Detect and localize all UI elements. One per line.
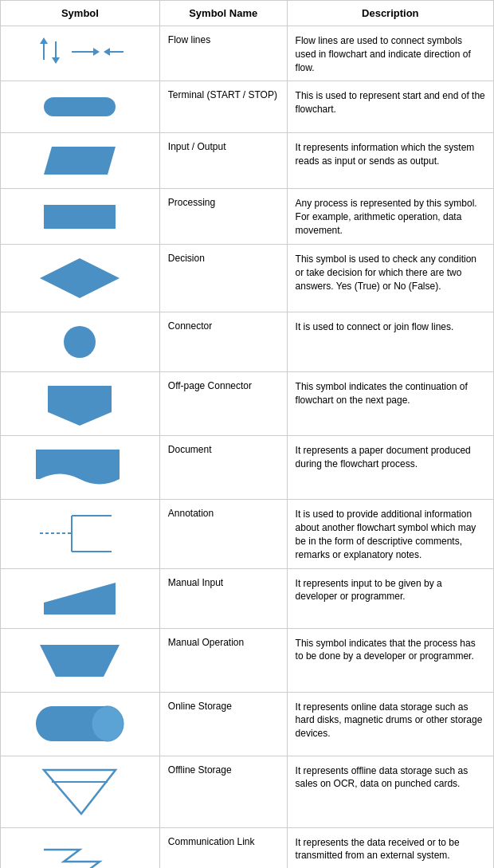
- name-terminal: Terminal (START / STOP): [159, 81, 287, 133]
- table-row: Annotation It is used to provide additio…: [1, 500, 494, 568]
- symbol-document: [1, 436, 160, 500]
- symbol-input-output: [1, 133, 160, 189]
- symbol-decision: [1, 245, 160, 312]
- name-communication-link: Communication Link: [159, 827, 287, 868]
- symbol-flow-lines: [1, 26, 160, 81]
- svg-marker-7: [40, 37, 48, 44]
- symbol-offpage-connector: [1, 372, 160, 436]
- name-annotation: Annotation: [159, 500, 287, 568]
- svg-marker-18: [40, 645, 120, 677]
- symbol-online-storage: [1, 692, 160, 756]
- symbol-manual-input: [1, 568, 160, 628]
- header-desc: Description: [287, 1, 493, 26]
- name-decision: Decision: [159, 245, 287, 312]
- svg-marker-17: [44, 583, 116, 615]
- table-row: Decision This symbol is used to check an…: [1, 245, 494, 312]
- desc-offpage-connector: This symbol indicates the continuation o…: [287, 372, 493, 436]
- table-row: Communication Link It represents the dat…: [1, 827, 494, 868]
- name-processing: Processing: [159, 189, 287, 245]
- name-input-output: Input / Output: [159, 133, 287, 189]
- symbol-offline-storage: [1, 756, 160, 827]
- desc-annotation: It is used to provide additional informa…: [287, 500, 493, 568]
- table-row: Document It represents a paper document …: [1, 436, 494, 500]
- symbol-connector: [1, 312, 160, 372]
- svg-marker-5: [104, 48, 110, 56]
- table-row: Online Storage It represents online data…: [1, 692, 494, 756]
- svg-marker-3: [93, 48, 100, 56]
- desc-decision: This symbol is used to check any conditi…: [287, 245, 493, 312]
- svg-point-12: [64, 326, 96, 358]
- svg-rect-8: [44, 97, 116, 116]
- desc-online-storage: It represents online data storage such a…: [287, 692, 493, 756]
- table-row: Off-page Connector This symbol indicates…: [1, 372, 494, 436]
- svg-marker-23: [44, 770, 116, 814]
- name-manual-input: Manual Input: [159, 568, 287, 628]
- svg-rect-10: [44, 205, 116, 229]
- symbol-processing: [1, 189, 160, 245]
- desc-manual-operation: This symbol indicates that the process h…: [287, 628, 493, 692]
- svg-marker-1: [52, 57, 60, 64]
- symbol-terminal: [1, 81, 160, 133]
- name-connector: Connector: [159, 312, 287, 372]
- header-symbol: Symbol: [1, 1, 160, 26]
- desc-input-output: It represents information which the syst…: [287, 133, 493, 189]
- table-row: Terminal (START / STOP) This is used to …: [1, 81, 494, 133]
- name-manual-operation: Manual Operation: [159, 628, 287, 692]
- desc-communication-link: It represents the data received or to be…: [287, 827, 493, 868]
- symbol-manual-operation: [1, 628, 160, 692]
- desc-manual-input: It represents input to be given by a dev…: [287, 568, 493, 628]
- svg-marker-9: [44, 147, 116, 175]
- table-row: Flow lines Flow lines are used to connec…: [1, 26, 494, 81]
- svg-marker-13: [48, 386, 112, 426]
- header-name: Symbol Name: [159, 1, 287, 26]
- name-online-storage: Online Storage: [159, 692, 287, 756]
- table-row: Processing Any process is represented by…: [1, 189, 494, 245]
- name-document: Document: [159, 436, 287, 500]
- desc-offline-storage: It represents offline data storage such …: [287, 756, 493, 827]
- table-row: Connector It is used to connect or join …: [1, 312, 494, 372]
- svg-marker-11: [40, 258, 120, 298]
- desc-flow-lines: Flow lines are used to connect symbols u…: [287, 26, 493, 81]
- table-row: Manual Operation This symbol indicates t…: [1, 628, 494, 692]
- name-flow-lines: Flow lines: [159, 26, 287, 81]
- symbol-annotation: [1, 500, 160, 568]
- desc-processing: Any process is represented by this symbo…: [287, 189, 493, 245]
- name-offline-storage: Offline Storage: [159, 756, 287, 827]
- table-row: Offline Storage It represents offline da…: [1, 756, 494, 827]
- symbol-communication-link: [1, 827, 160, 868]
- desc-document: It represents a paper document produced …: [287, 436, 493, 500]
- table-row: Input / Output It represents information…: [1, 133, 494, 189]
- table-row: Manual Input It represents input to be g…: [1, 568, 494, 628]
- desc-connector: It is used to connect or join flow lines…: [287, 312, 493, 372]
- desc-terminal: This is used to represent start and end …: [287, 81, 493, 133]
- name-offpage-connector: Off-page Connector: [159, 372, 287, 436]
